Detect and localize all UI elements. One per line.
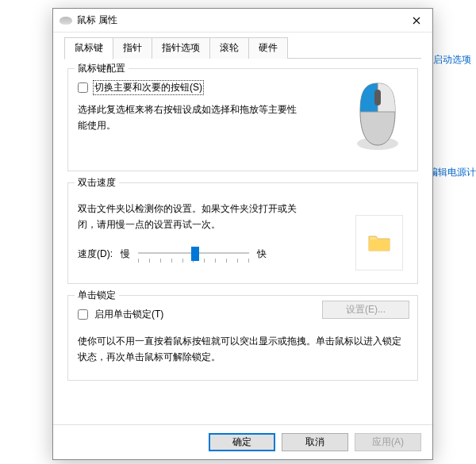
group-title-clicklock: 单击锁定 xyxy=(75,289,119,302)
tab-pointers[interactable]: 指针 xyxy=(113,37,152,59)
clicklock-settings-button: 设置(E)... xyxy=(322,301,409,319)
titlebar: 鼠标 属性 xyxy=(53,9,432,33)
bg-icon-3 xyxy=(14,119,32,135)
bg-icon-1 xyxy=(14,48,32,63)
swap-buttons-checkbox[interactable] xyxy=(78,82,88,93)
speed-slider[interactable] xyxy=(138,244,249,265)
group-button-config: 鼠标键配置 切换主要和次要的按钮(S) 选择此复选框来将右按钮设成如选择和拖放等… xyxy=(67,68,418,171)
group-clicklock: 单击锁定 启用单击锁定(T) 设置(E)... 使你可以不用一直按着鼠标按钮就可… xyxy=(67,295,418,381)
tab-strip: 鼠标键 指针 指针选项 滚轮 硬件 xyxy=(53,33,432,59)
ok-button[interactable]: 确定 xyxy=(209,433,275,451)
clicklock-checkbox[interactable] xyxy=(78,309,88,320)
speed-fast-label: 快 xyxy=(257,247,267,261)
speed-slow-label: 慢 xyxy=(121,247,130,261)
tab-hardware[interactable]: 硬件 xyxy=(248,37,288,59)
group-title-doubleclick: 双击速度 xyxy=(75,176,119,190)
folder-test-area[interactable] xyxy=(355,215,403,270)
clicklock-label: 启用单击锁定(T) xyxy=(93,307,165,322)
tab-buttons[interactable]: 鼠标键 xyxy=(64,37,113,59)
close-icon xyxy=(413,17,420,25)
window-title: 鼠标 属性 xyxy=(77,13,401,27)
mouse-properties-dialog: 鼠标 属性 鼠标键 指针 指针选项 滚轮 硬件 鼠标键配置 切换主要和次要的按钮… xyxy=(52,8,433,460)
tab-wheel[interactable]: 滚轮 xyxy=(209,37,249,59)
close-button[interactable] xyxy=(401,9,432,33)
group-title-buttons: 鼠标键配置 xyxy=(75,62,129,75)
clicklock-desc: 使你可以不用一直按着鼠标按钮就可以突出显示或拖拽。单击鼠标以进入锁定状态，再次单… xyxy=(78,333,408,366)
mouse-icon xyxy=(60,17,72,25)
dialog-button-bar: 确定 取消 应用(A) xyxy=(53,424,432,459)
mouse-illustration xyxy=(352,80,403,151)
bg-link-edit-power[interactable]: 编辑电源计 xyxy=(428,166,476,179)
doubleclick-desc: 双击文件夹以检测你的设置。如果文件夹没打开或关闭，请用慢一点的设置再试一次。 xyxy=(78,201,308,233)
bg-link-startup[interactable]: 启动选项 xyxy=(433,53,471,67)
bg-icon-2 xyxy=(14,79,32,95)
slider-thumb[interactable] xyxy=(191,247,199,261)
group-doubleclick: 双击速度 双击文件夹以检测你的设置。如果文件夹没打开或关闭，请用慢一点的设置再试… xyxy=(67,182,418,284)
speed-label: 速度(D): xyxy=(78,247,113,261)
swap-buttons-label: 切换主要和次要的按钮(S) xyxy=(93,80,204,95)
folder-icon xyxy=(367,233,391,252)
cancel-button[interactable]: 取消 xyxy=(282,433,348,451)
svg-rect-3 xyxy=(374,90,381,105)
tab-pointer-options[interactable]: 指针选项 xyxy=(152,37,210,59)
apply-button: 应用(A) xyxy=(355,433,421,451)
tab-content: 鼠标键配置 切换主要和次要的按钮(S) 选择此复选框来将右按钮设成如选择和拖放等… xyxy=(53,59,432,424)
swap-buttons-desc: 选择此复选框来将右按钮设成如选择和拖放等主要性能使用。 xyxy=(78,102,300,134)
bg-icon-4 xyxy=(14,159,32,174)
